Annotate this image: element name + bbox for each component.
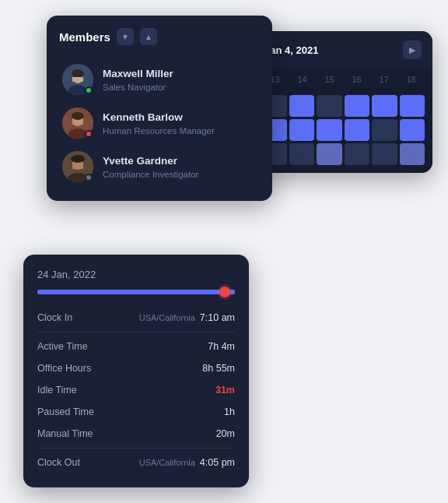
office-hours-row: Office Hours 8h 55m bbox=[37, 357, 235, 379]
members-header: Members ▼ ▲ bbox=[59, 28, 260, 45]
member-role-maxwell: Sales Navigator bbox=[103, 83, 257, 92]
member-role-kenneth: Human Resources Manager bbox=[103, 126, 257, 135]
cal-header: Jan 4, 2021 ▶ bbox=[254, 31, 432, 69]
cal-bar-r2c6 bbox=[400, 119, 425, 141]
clock-out-location: USA/California bbox=[139, 458, 195, 467]
cal-day-16: 16 bbox=[343, 72, 370, 87]
svg-point-12 bbox=[71, 155, 85, 163]
office-hours-label: Office Hours bbox=[37, 363, 91, 374]
cal-bar-r1c4 bbox=[345, 95, 370, 117]
progress-fill bbox=[37, 290, 235, 294]
divider-2 bbox=[37, 448, 235, 448]
clock-out-label: Clock Out bbox=[37, 457, 80, 468]
cal-bar-r3c2 bbox=[289, 143, 315, 165]
member-name-maxwell: Maxwell Miller bbox=[103, 67, 257, 81]
clock-in-location: USA/California bbox=[139, 313, 195, 322]
cal-day-18: 18 bbox=[397, 72, 425, 87]
avatar-wrap-kenneth bbox=[62, 107, 93, 139]
clock-in-label: Clock In bbox=[37, 312, 72, 323]
progress-thumb bbox=[219, 287, 230, 297]
idle-time-row: Idle Time 31m bbox=[37, 379, 235, 401]
idle-time-label: Idle Time bbox=[37, 385, 77, 396]
time-panel: 24 Jan, 2022 Clock In USA/California 7:1… bbox=[23, 255, 249, 487]
member-item-kenneth[interactable]: Kenneth Barlow Human Resources Manager bbox=[59, 101, 260, 145]
progress-bar[interactable] bbox=[37, 290, 235, 294]
cal-bar-r2c2 bbox=[289, 119, 315, 141]
paused-time-row: Paused Time 1h bbox=[37, 401, 235, 423]
divider-1 bbox=[37, 332, 235, 332]
members-title: Members bbox=[59, 30, 110, 44]
active-time-label: Active Time bbox=[37, 341, 88, 352]
cal-bar-r1c3 bbox=[317, 95, 342, 117]
idle-time-value: 31m bbox=[215, 385, 235, 396]
cal-bar-r1c6 bbox=[400, 95, 425, 117]
paused-time-label: Paused Time bbox=[37, 406, 94, 417]
cal-bar-r1c2 bbox=[289, 95, 315, 117]
status-dot-kenneth bbox=[85, 130, 93, 138]
svg-rect-13 bbox=[72, 164, 83, 169]
cal-bar-r2c3 bbox=[317, 119, 342, 141]
svg-point-7 bbox=[72, 112, 84, 120]
member-name-kenneth: Kenneth Barlow bbox=[103, 111, 257, 125]
avatar-wrap-yvette bbox=[62, 151, 93, 182]
cal-days-header: 13 14 15 16 17 18 bbox=[254, 69, 432, 90]
cal-day-14: 14 bbox=[289, 72, 316, 87]
cal-bar-r3c3 bbox=[317, 143, 342, 165]
member-item-maxwell[interactable]: Maxwell Miller Sales Navigator bbox=[59, 58, 260, 101]
member-info-yvette: Yvette Gardner Compliance Investigator bbox=[103, 154, 257, 179]
manual-time-label: Manual Time bbox=[37, 428, 93, 439]
clock-in-row: Clock In USA/California 7:10 am bbox=[37, 307, 235, 329]
clock-out-value: 4:05 pm bbox=[200, 457, 235, 468]
avatar-wrap-maxwell bbox=[62, 64, 93, 95]
status-dot-maxwell bbox=[85, 86, 93, 94]
member-info-kenneth: Kenneth Barlow Human Resources Manager bbox=[103, 111, 257, 135]
members-collapse-btn[interactable]: ▲ bbox=[140, 28, 157, 45]
cal-grid bbox=[254, 90, 432, 173]
svg-rect-3 bbox=[72, 77, 83, 82]
status-dot-yvette bbox=[85, 174, 93, 181]
cal-bar-r1c5 bbox=[372, 95, 397, 117]
member-item-yvette[interactable]: Yvette Gardner Compliance Investigator bbox=[59, 145, 260, 188]
cal-next-btn[interactable]: ▶ bbox=[403, 40, 422, 59]
cal-day-17: 17 bbox=[370, 72, 397, 87]
clock-out-row: Clock Out USA/California 4:05 pm bbox=[37, 452, 235, 473]
manual-time-row: Manual Time 20m bbox=[37, 423, 235, 445]
cal-bar-r3c6 bbox=[400, 143, 425, 165]
time-date: 24 Jan, 2022 bbox=[37, 269, 235, 280]
cal-bar-r2c4 bbox=[345, 119, 370, 141]
calendar-panel: Jan 4, 2021 ▶ 13 14 15 16 17 18 bbox=[254, 31, 432, 173]
member-name-yvette: Yvette Gardner bbox=[103, 154, 257, 168]
svg-rect-8 bbox=[72, 120, 83, 125]
cal-bar-r3c5 bbox=[372, 143, 397, 165]
members-dropdown-btn[interactable]: ▼ bbox=[117, 28, 134, 45]
active-time-value: 7h 4m bbox=[208, 341, 235, 352]
active-time-row: Active Time 7h 4m bbox=[37, 336, 235, 357]
clock-in-value: 7:10 am bbox=[200, 312, 235, 323]
members-panel: Members ▼ ▲ Maxwell Miller Sales Navigat… bbox=[47, 16, 272, 201]
cal-day-15: 15 bbox=[316, 72, 343, 87]
member-role-yvette: Compliance Investigator bbox=[103, 170, 257, 179]
cal-bar-r2c5 bbox=[372, 119, 397, 141]
cal-title: Jan 4, 2021 bbox=[264, 44, 318, 56]
member-info-maxwell: Maxwell Miller Sales Navigator bbox=[103, 67, 257, 92]
cal-bar-r3c4 bbox=[345, 143, 370, 165]
paused-time-value: 1h bbox=[224, 406, 235, 417]
office-hours-value: 8h 55m bbox=[202, 363, 235, 374]
manual-time-value: 20m bbox=[216, 428, 235, 439]
